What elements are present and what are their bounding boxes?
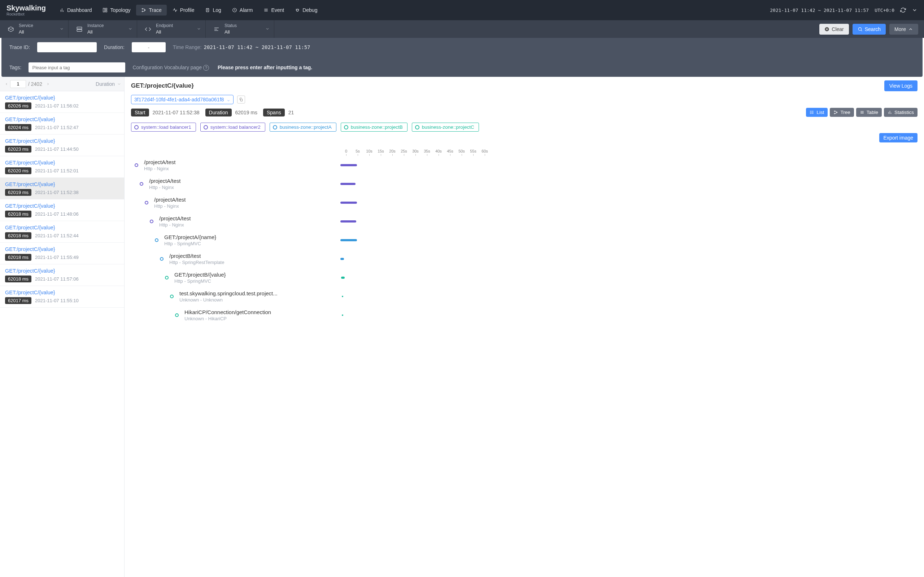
pager-sort[interactable]: Duration [96, 81, 121, 87]
span-row[interactable]: GET:/projectA/{name}Http - SpringMVC [131, 231, 918, 250]
span-bar [340, 183, 355, 185]
axis-tick: 60s [479, 149, 491, 156]
pager-prev[interactable] [3, 81, 10, 88]
span-row[interactable]: HikariCP/Connection/getConnectionUnknown… [131, 306, 918, 324]
span-row[interactable]: /projectB/testHttp - SpringRestTemplate [131, 250, 918, 268]
trace-id-input[interactable] [37, 42, 97, 52]
copy-icon[interactable] [237, 95, 245, 103]
trace-item[interactable]: GET:/projectC/{value}62018 ms2021-11-07 … [0, 200, 124, 221]
nav-event[interactable]: Event [258, 5, 289, 16]
legend-item[interactable]: business-zone::projectA [270, 122, 336, 132]
nav-topology[interactable]: Topology [97, 5, 135, 16]
trace-item-time: 2021-11-07 11:48:06 [35, 211, 79, 217]
span-dot [160, 257, 163, 261]
span-row[interactable]: /projectA/testHttp - Nginx [131, 156, 918, 174]
conf-vocab-link[interactable]: Configuration Vocabulary page? [132, 64, 208, 71]
duration-input[interactable] [132, 42, 166, 52]
trace-item[interactable]: GET:/projectC/{value}62018 ms2021-11-07 … [0, 264, 124, 286]
export-image-button[interactable]: Export image [879, 133, 918, 142]
trace-item[interactable]: GET:/projectC/{value}62018 ms2021-11-07 … [0, 221, 124, 243]
trace-item-title: GET:/projectC/{value} [5, 203, 119, 209]
trace-item[interactable]: GET:/projectC/{value}62019 ms2021-11-07 … [0, 178, 124, 200]
span-dot [155, 239, 158, 242]
trace-item[interactable]: GET:/projectC/{value}62020 ms2021-11-07 … [0, 156, 124, 178]
svg-rect-16 [297, 9, 299, 11]
utc-label[interactable]: UTC+0:0 [874, 8, 894, 13]
pager-next[interactable] [44, 81, 52, 88]
brand-logo: Skywalking [6, 4, 46, 11]
view-tab-table[interactable]: Table [856, 108, 882, 117]
span-component: Http - Nginx [149, 185, 181, 190]
expand-icon[interactable] [912, 7, 918, 13]
more-button[interactable]: More [889, 24, 918, 35]
clock-icon [232, 8, 237, 13]
pager-page-input[interactable] [10, 80, 26, 88]
pager: / 2402 Duration [0, 77, 124, 91]
filter-service[interactable]: ServiceAll [0, 20, 69, 38]
span-row[interactable]: /projectA/testHttp - Nginx [131, 174, 918, 193]
span-tree: 05s10s15s20s25s30s35s40s45s50s55s60s /pr… [131, 149, 918, 339]
view-logs-button[interactable]: View Logs [884, 81, 918, 91]
time-range-label: Time Range: [173, 44, 202, 50]
span-dot [175, 313, 179, 317]
tags-hint: Please press enter after inputting a tag… [218, 64, 312, 70]
tags-label: Tags: [10, 64, 21, 70]
span-component: Http - SpringRestTemplate [169, 259, 224, 265]
trace-item[interactable]: GET:/projectC/{value}62017 ms2021-11-07 … [0, 286, 124, 308]
search-label: Search [865, 26, 881, 32]
svg-point-34 [810, 112, 811, 113]
svg-rect-21 [77, 27, 82, 29]
filter-endpoint[interactable]: EndpointAll [137, 20, 206, 38]
time-range-display[interactable]: 2021-11-07 11:42 ~ 2021-11-07 11:57 [770, 8, 869, 13]
legend-item[interactable]: business-zone::projectB [341, 122, 407, 132]
filter-status[interactable]: StatusAll [206, 20, 274, 38]
span-row[interactable]: GET:/projectB/{value}Http - SpringMVC [131, 268, 918, 287]
view-tab-list[interactable]: List [806, 108, 828, 117]
trace-list[interactable]: GET:/projectC/{value}62026 ms2021-11-07 … [0, 91, 124, 577]
trace-item[interactable]: GET:/projectC/{value}62023 ms2021-11-07 … [0, 134, 124, 156]
trace-filter: Trace ID: Duration: Time Range:2021-11-0… [2, 38, 922, 77]
axis-tick: 5s [352, 149, 363, 156]
nav-trace[interactable]: Trace [136, 5, 166, 16]
legend-item[interactable]: business-zone::projectC [412, 122, 479, 132]
nav-debug[interactable]: Debug [290, 5, 322, 16]
trace-item[interactable]: GET:/projectC/{value}62026 ms2021-11-07 … [0, 91, 124, 113]
refresh-icon[interactable] [900, 7, 906, 13]
svg-rect-3 [103, 8, 105, 12]
legend-item[interactable]: system::load balancer2 [200, 122, 265, 132]
trace-item-duration: 62024 ms [5, 124, 31, 131]
duration-pill: Duration [205, 108, 232, 116]
svg-point-33 [810, 111, 811, 111]
brand-subtitle: Rocketbot [6, 12, 46, 16]
help-icon[interactable]: ? [203, 65, 209, 71]
legend-dot [204, 125, 208, 129]
trace-item-duration: 62018 ms [5, 254, 31, 261]
trace-item-title: GET:/projectC/{value} [5, 290, 119, 295]
chevron-down-icon [60, 26, 64, 32]
nav-dashboard[interactable]: Dashboard [55, 5, 97, 16]
trace-item-duration: 62018 ms [5, 276, 31, 282]
span-row[interactable]: /projectA/testHttp - Nginx [131, 212, 918, 231]
view-tab-tree[interactable]: Tree [830, 108, 854, 117]
legend-item[interactable]: system::load balancer1 [131, 122, 196, 132]
axis-tick: 10s [363, 149, 375, 156]
span-component: Http - Nginx [159, 222, 191, 227]
time-range-value: 2021-11-07 11:42 ~ 2021-11-07 11:57 [204, 44, 310, 50]
axis-tick: 25s [398, 149, 410, 156]
nav-profile[interactable]: Profile [168, 5, 200, 16]
box-icon [7, 26, 15, 33]
trace-item[interactable]: GET:/projectC/{value}62018 ms2021-11-07 … [0, 243, 124, 264]
span-component: Unknown - HikariCP [184, 316, 271, 321]
time-axis: 05s10s15s20s25s30s35s40s45s50s55s60s [340, 149, 918, 156]
tags-input[interactable] [29, 62, 125, 73]
span-row[interactable]: /projectA/testHttp - Nginx [131, 193, 918, 212]
trace-id-select[interactable]: 3f172d4f-10fd-4fe1-ada4-add780a061f8 [131, 95, 234, 104]
span-row[interactable]: test.skywalking.springcloud.test.project… [131, 287, 918, 306]
filter-instance[interactable]: InstanceAll [69, 20, 137, 38]
nav-log[interactable]: Log [200, 5, 226, 16]
search-button[interactable]: Search [853, 24, 886, 35]
clear-button[interactable]: Clear [819, 24, 848, 35]
trace-item[interactable]: GET:/projectC/{value}62024 ms2021-11-07 … [0, 113, 124, 134]
view-tab-statistics[interactable]: Statistics [884, 108, 918, 117]
nav-alarm[interactable]: Alarm [227, 5, 258, 16]
